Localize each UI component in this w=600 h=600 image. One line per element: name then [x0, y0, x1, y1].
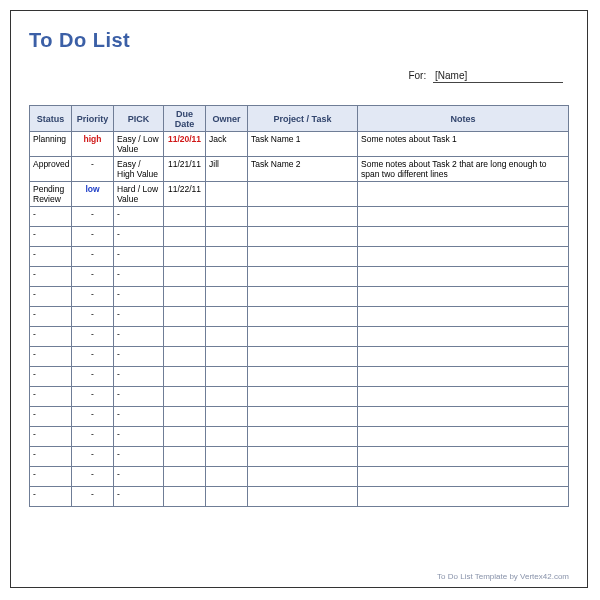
cell-due	[164, 447, 206, 467]
cell-due	[164, 247, 206, 267]
col-due: Due Date	[164, 106, 206, 132]
cell-task	[248, 287, 358, 307]
cell-priority: -	[72, 347, 114, 367]
cell-priority: -	[72, 207, 114, 227]
cell-due	[164, 387, 206, 407]
cell-pick: -	[114, 407, 164, 427]
cell-owner	[206, 207, 248, 227]
cell-task	[248, 427, 358, 447]
cell-pick: Hard / Low Value	[114, 182, 164, 207]
cell-priority: -	[72, 267, 114, 287]
cell-priority: high	[72, 132, 114, 157]
cell-owner	[206, 267, 248, 287]
cell-priority: -	[72, 447, 114, 467]
col-priority: Priority	[72, 106, 114, 132]
cell-pick: -	[114, 387, 164, 407]
table-row: PlanninghighEasy / Low Value11/20/11Jack…	[30, 132, 569, 157]
cell-notes	[358, 247, 569, 267]
cell-task	[248, 182, 358, 207]
page-title: To Do List	[29, 29, 569, 52]
table-row: ---	[30, 247, 569, 267]
cell-due	[164, 287, 206, 307]
cell-priority: -	[72, 427, 114, 447]
col-task: Project / Task	[248, 106, 358, 132]
col-owner: Owner	[206, 106, 248, 132]
cell-task	[248, 227, 358, 247]
cell-task	[248, 267, 358, 287]
cell-pick: -	[114, 467, 164, 487]
cell-status: Planning	[30, 132, 72, 157]
table-row: ---	[30, 407, 569, 427]
todo-table: Status Priority PICK Due Date Owner Proj…	[29, 105, 569, 507]
cell-status: -	[30, 367, 72, 387]
document-sheet: To Do List For: [Name] Status Priority P…	[10, 10, 588, 588]
col-pick: PICK	[114, 106, 164, 132]
cell-owner	[206, 367, 248, 387]
cell-pick: Easy / High Value	[114, 157, 164, 182]
cell-notes	[358, 447, 569, 467]
cell-task	[248, 407, 358, 427]
cell-status: Approved	[30, 157, 72, 182]
cell-status: -	[30, 327, 72, 347]
cell-notes	[358, 467, 569, 487]
cell-owner	[206, 182, 248, 207]
cell-notes	[358, 347, 569, 367]
for-label: For:	[408, 70, 426, 81]
cell-status: -	[30, 447, 72, 467]
cell-due: 11/20/11	[164, 132, 206, 157]
cell-task	[248, 327, 358, 347]
col-status: Status	[30, 106, 72, 132]
cell-pick: -	[114, 367, 164, 387]
cell-owner	[206, 487, 248, 507]
cell-owner: Jack	[206, 132, 248, 157]
cell-notes	[358, 227, 569, 247]
cell-pick: -	[114, 487, 164, 507]
table-row: ---	[30, 227, 569, 247]
cell-pick: -	[114, 307, 164, 327]
cell-pick: -	[114, 247, 164, 267]
cell-priority: -	[72, 487, 114, 507]
table-row: Pending ReviewlowHard / Low Value11/22/1…	[30, 182, 569, 207]
cell-pick: -	[114, 287, 164, 307]
cell-owner	[206, 467, 248, 487]
cell-due	[164, 327, 206, 347]
cell-task	[248, 487, 358, 507]
cell-notes	[358, 367, 569, 387]
cell-priority: -	[72, 387, 114, 407]
cell-status: -	[30, 287, 72, 307]
footer-credit: To Do List Template by Vertex42.com	[437, 572, 569, 581]
table-body: PlanninghighEasy / Low Value11/20/11Jack…	[30, 132, 569, 507]
cell-owner	[206, 247, 248, 267]
cell-notes	[358, 207, 569, 227]
cell-task	[248, 247, 358, 267]
cell-priority: -	[72, 287, 114, 307]
cell-priority: -	[72, 247, 114, 267]
cell-pick: Easy / Low Value	[114, 132, 164, 157]
cell-due	[164, 227, 206, 247]
cell-pick: -	[114, 267, 164, 287]
cell-owner	[206, 307, 248, 327]
cell-due	[164, 467, 206, 487]
table-row: ---	[30, 207, 569, 227]
table-row: ---	[30, 447, 569, 467]
cell-owner	[206, 407, 248, 427]
cell-notes	[358, 387, 569, 407]
cell-owner	[206, 447, 248, 467]
cell-notes	[358, 327, 569, 347]
cell-notes	[358, 487, 569, 507]
cell-status: -	[30, 227, 72, 247]
cell-notes: Some notes about Task 1	[358, 132, 569, 157]
table-row: ---	[30, 267, 569, 287]
cell-priority: -	[72, 467, 114, 487]
cell-status: -	[30, 347, 72, 367]
cell-task: Task Name 1	[248, 132, 358, 157]
table-row: ---	[30, 387, 569, 407]
cell-due	[164, 347, 206, 367]
cell-task	[248, 387, 358, 407]
cell-pick: -	[114, 447, 164, 467]
table-row: ---	[30, 467, 569, 487]
cell-notes	[358, 267, 569, 287]
table-row: ---	[30, 487, 569, 507]
col-notes: Notes	[358, 106, 569, 132]
cell-notes	[358, 427, 569, 447]
